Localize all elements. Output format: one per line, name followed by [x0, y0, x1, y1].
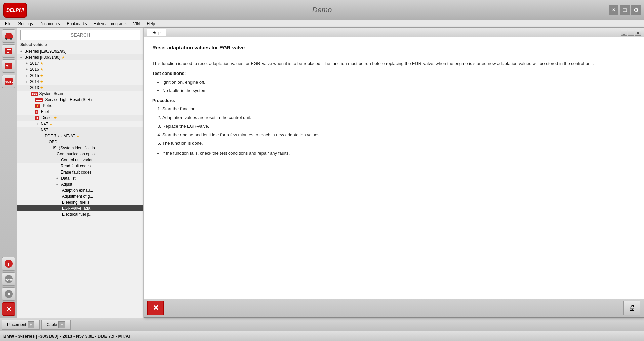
- tree-item-2014[interactable]: + 2014 ★: [17, 79, 143, 85]
- procedure-step-1: Start the function.: [162, 106, 635, 112]
- www-icon[interactable]: WWW: [2, 272, 15, 286]
- test-condition-2: No faults in the system.: [162, 87, 635, 94]
- tree-item-3series-f30[interactable]: − 3-series [F30/31/80] ★: [17, 54, 143, 60]
- svg-point-2: [5, 38, 7, 40]
- icon-sidebar: ⟳ eOBD i WWW ✕ ✕: [0, 28, 17, 318]
- tree-item-data-list[interactable]: + Data list: [17, 175, 143, 181]
- print-button[interactable]: 🖨: [623, 301, 640, 315]
- tree-item-adjustment-of-g[interactable]: Adjustment of g...: [17, 193, 143, 199]
- tree-item-2016[interactable]: + 2016 ★: [17, 66, 143, 72]
- placement-label: Placement: [7, 322, 26, 327]
- app-title: Demo: [312, 6, 332, 14]
- restore-button[interactable]: □: [620, 5, 630, 15]
- tree-item-fuel[interactable]: + ≡ Fuel: [17, 109, 143, 115]
- cable-add-icon[interactable]: +: [58, 321, 65, 328]
- menu-vin[interactable]: VIN: [130, 21, 143, 27]
- tree-item-n57[interactable]: − N57: [17, 127, 143, 133]
- car-icon[interactable]: [2, 29, 15, 43]
- svg-text:⟳: ⟳: [6, 64, 9, 68]
- cable-label: Cable: [47, 322, 57, 327]
- eobd-icon[interactable]: eOBD: [2, 75, 15, 88]
- search-input[interactable]: [21, 32, 140, 38]
- tree-item-ctrl-unit[interactable]: − Control unit variant...: [17, 157, 143, 163]
- tree-item-isi[interactable]: − ISI (System identificatio...: [17, 145, 143, 151]
- help-footer: 🖨: [144, 299, 644, 317]
- tree-item-erase-fault[interactable]: Erase fault codes: [17, 169, 143, 175]
- help-tab[interactable]: Help: [147, 29, 166, 36]
- close-button[interactable]: ×: [609, 5, 618, 15]
- svg-text:✕: ✕: [6, 306, 11, 313]
- placement-add-icon[interactable]: +: [28, 321, 34, 328]
- menu-help[interactable]: Help: [144, 21, 159, 27]
- svg-text:WWW: WWW: [5, 278, 13, 281]
- procedure-step-3: Replace the EGR-valve.: [162, 123, 635, 130]
- test-conditions-label: Test conditions:: [152, 70, 635, 77]
- procedure-notes-list: If the function fails, check the test co…: [162, 150, 635, 157]
- tree-item-comm-options[interactable]: − Communication optio...: [17, 151, 143, 157]
- help-popup: Help _ □ × Reset adaptation values for E…: [144, 28, 644, 318]
- title-bar: DELPHI Demo × □ ⚙: [0, 0, 644, 20]
- maximize-button[interactable]: ⚙: [631, 5, 641, 15]
- menu-external-programs[interactable]: External programs: [90, 21, 130, 27]
- close-help-button[interactable]: [147, 301, 164, 315]
- menu-documents[interactable]: Documents: [36, 21, 64, 27]
- help-minimize-btn[interactable]: _: [621, 30, 627, 36]
- main-area: ⟳ eOBD i WWW ✕ ✕ Select vehicle +: [0, 28, 644, 318]
- delphi-logo: DELPHI: [3, 3, 27, 18]
- procedure-step-5: The function is done.: [162, 140, 635, 147]
- tree-item-egr-valve[interactable]: EGR-valve, ada...: [17, 205, 143, 211]
- tools-icon[interactable]: ✕: [2, 287, 15, 301]
- placement-button[interactable]: Placement +: [2, 320, 40, 330]
- svg-point-3: [10, 38, 12, 40]
- svg-text:eOBD: eOBD: [5, 80, 13, 83]
- cable-button[interactable]: Cable +: [41, 320, 71, 330]
- tree-item-adjust[interactable]: − Adjust: [17, 181, 143, 187]
- procedure-label: Procedure:: [152, 97, 635, 104]
- tree-item-system-scan[interactable]: ISSSystem Scan: [17, 91, 143, 97]
- bottom-bar: Placement + Cable +: [0, 318, 644, 331]
- tree-item-bleeding-fuel[interactable]: Bleeding, fuel s...: [17, 199, 143, 205]
- svg-rect-1: [6, 33, 12, 36]
- status-bar: BMW - 3-series [F30/31/80] - 2013 - N57 …: [0, 331, 644, 341]
- title-controls: × □ ⚙: [609, 5, 641, 15]
- procedure-step-2: Adaptation values are reset in the contr…: [162, 114, 635, 121]
- menu-bar: File Settings Documents Bookmarks Extern…: [0, 20, 644, 28]
- menu-settings[interactable]: Settings: [15, 21, 36, 27]
- menu-bookmarks[interactable]: Bookmarks: [63, 21, 90, 27]
- procedure-note: If the function fails, check the test co…: [162, 150, 635, 157]
- tree-item-3series-e90[interactable]: + 3-series [E90/91/92/93]: [17, 48, 143, 54]
- select-vehicle-label: Select vehicle: [17, 41, 143, 48]
- info-icon[interactable]: i: [2, 257, 15, 271]
- scan-icon[interactable]: [2, 44, 15, 58]
- test-conditions-list: Ignition on, engine off. No faults in th…: [162, 79, 635, 94]
- tree-item-2017[interactable]: + 2017 ★: [17, 60, 143, 66]
- service-icon[interactable]: ⟳: [2, 59, 15, 73]
- tree-item-n47[interactable]: + N47 ★: [17, 121, 143, 127]
- menu-file[interactable]: File: [2, 21, 15, 27]
- svg-text:✕: ✕: [7, 291, 11, 297]
- tree-item-2015[interactable]: + 2015 ★: [17, 72, 143, 79]
- help-close-btn[interactable]: ×: [635, 30, 641, 36]
- tree-item-electrical-fuel[interactable]: Electrical fuel p...: [17, 211, 143, 217]
- tree-item-service-light[interactable]: + ▬▬ Service Light Reset (SLR): [17, 97, 143, 103]
- tree-sidebar: Select vehicle + 3-series [E90/91/92/93]…: [17, 28, 144, 318]
- content-area: Help _ □ × Reset adaptation values for E…: [144, 28, 644, 318]
- help-intro: This function is used to reset adaptatio…: [152, 60, 635, 67]
- tree-item-dde7x[interactable]: − DDE 7.x - MT/AT ★: [17, 133, 143, 139]
- tree-item-adaption-exhaust[interactable]: Adaption exhau...: [17, 187, 143, 193]
- tree-item-diesel[interactable]: − D Diesel ★: [17, 115, 143, 121]
- test-condition-1: Ignition on, engine off.: [162, 79, 635, 86]
- close-sidebar-icon[interactable]: ✕: [2, 302, 15, 316]
- tree-item-petrol[interactable]: + ⚡ Petrol: [17, 103, 143, 109]
- tree-item-obd[interactable]: − OBD: [17, 139, 143, 145]
- tree-item-2013[interactable]: − 2013 ★: [17, 85, 143, 91]
- svg-text:i: i: [8, 261, 9, 267]
- help-restore-btn[interactable]: □: [628, 30, 634, 36]
- help-content: Reset adaptation values for EGR-valve Th…: [144, 37, 644, 299]
- procedure-step-4: Start the engine and let it idle for a f…: [162, 132, 635, 138]
- help-titlebar: Help _ □ ×: [144, 28, 644, 37]
- help-window-controls: _ □ ×: [621, 30, 641, 36]
- help-title: Reset adaptation values for EGR-valve: [152, 44, 635, 52]
- procedure-list: Start the function. Adaptation values ar…: [162, 106, 635, 147]
- tree-item-read-fault[interactable]: Read fault codes: [17, 163, 143, 169]
